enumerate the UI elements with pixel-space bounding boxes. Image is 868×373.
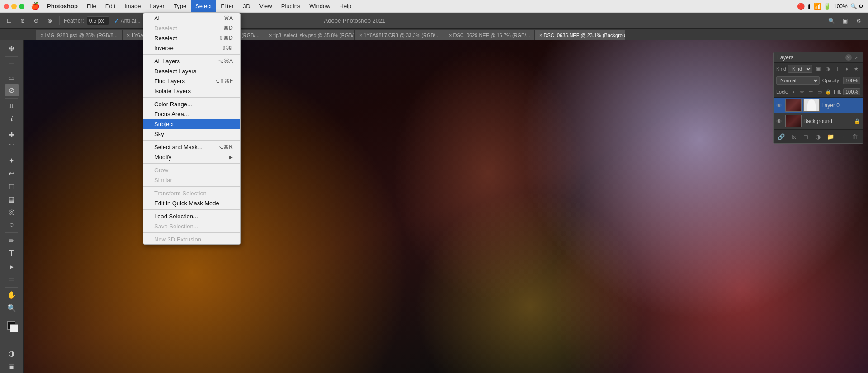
close-button[interactable] [4, 4, 9, 9]
filter-smart-btn[interactable]: ★ [852, 65, 860, 73]
fill-input[interactable] [843, 88, 860, 95]
minimize-button[interactable] [11, 4, 17, 9]
new-fill-layer-btn[interactable]: ◑ [813, 132, 823, 142]
tab-5[interactable]: × DSC_0629.NEF @ 16.7% (RGB/... [444, 30, 535, 40]
menu-filter[interactable]: Filter [216, 0, 238, 12]
new-selection-btn[interactable]: ☐ [4, 15, 14, 26]
screen-mode-btn[interactable]: ▣ [5, 361, 19, 373]
marquee-tool[interactable]: ▭ [5, 58, 19, 70]
lock-move-btn[interactable]: ✛ [807, 88, 814, 96]
intersect-selection-btn[interactable]: ⊗ [44, 15, 55, 26]
menu-all[interactable]: All ⌘A [143, 13, 240, 23]
layer-row-0[interactable]: 👁 Layer 0 [774, 98, 863, 113]
menu-image[interactable]: Image [120, 0, 145, 12]
layer-0-visibility[interactable]: 👁 [776, 102, 783, 109]
menu-transform-selection[interactable]: Transform Selection [143, 188, 240, 198]
lock-transparent-btn[interactable]: ▪ [790, 88, 797, 96]
filter-shape-btn[interactable]: ♦ [843, 65, 851, 73]
menu-deselect[interactable]: Deselect ⌘D [143, 23, 240, 33]
menu-select[interactable]: Select [191, 0, 216, 12]
menu-type[interactable]: Type [169, 0, 191, 12]
subtract-selection-btn[interactable]: ⊖ [31, 15, 42, 26]
clone-stamp-tool[interactable]: ✦ [5, 155, 19, 166]
menu-new-3d[interactable]: New 3D Extrusion [143, 234, 240, 244]
menu-reselect[interactable]: Reselect ⇧⌘D [143, 33, 240, 43]
tab-0[interactable]: × IMG_9280.psd @ 25% (RGB/8... [36, 30, 123, 40]
search-btn[interactable]: 🔍 [826, 15, 837, 26]
menu-window[interactable]: Window [305, 0, 335, 12]
crop-tool[interactable]: ⌗ [5, 100, 19, 112]
layers-panel-expand-btn[interactable]: ⤢ [853, 54, 859, 61]
link-layers-btn[interactable]: 🔗 [776, 132, 786, 142]
arrange-btn[interactable]: ▣ [840, 15, 851, 26]
new-group-btn[interactable]: 📁 [826, 132, 835, 142]
tab-3[interactable]: × tip3_select_sky.psd @ 35.8% (RGB/... [264, 30, 355, 40]
menu-inverse[interactable]: Inverse ⇧⌘I [143, 43, 240, 53]
layer-row-background[interactable]: 👁 Background 🔒 [774, 113, 863, 129]
menu-find-layers[interactable]: Find Layers ⌥⇧⌘F [143, 76, 240, 86]
menu-color-range[interactable]: Color Range... [143, 99, 240, 109]
add-selection-btn[interactable]: ⊕ [17, 15, 28, 26]
pen-tool[interactable]: ✏ [5, 235, 19, 246]
menu-edit[interactable]: Edit [101, 0, 120, 12]
menu-view[interactable]: View [255, 0, 277, 12]
tab-6[interactable]: × DSC_0635.NEF @ 23.1% (Background copy,… [535, 30, 625, 40]
menu-edit-quick-mask[interactable]: Edit in Quick Mask Mode [143, 198, 240, 208]
menu-similar[interactable]: Similar [143, 175, 240, 185]
menu-focus-area[interactable]: Focus Area... [143, 109, 240, 119]
layer-bg-visibility[interactable]: 👁 [776, 118, 783, 125]
history-brush-tool[interactable]: ↩ [5, 167, 19, 179]
workspace-btn[interactable]: ⚙ [854, 15, 864, 26]
menu-select-and-mask[interactable]: Select and Mask... ⌥⌘R [143, 142, 240, 152]
menu-sky[interactable]: Sky [143, 129, 240, 139]
menu-all-layers[interactable]: All Layers ⌥⌘A [143, 56, 240, 66]
menu-modify[interactable]: Modify ▶ [143, 152, 240, 162]
layer-fx-btn[interactable]: fx [788, 132, 798, 142]
dodge-tool[interactable]: ○ [5, 219, 19, 231]
menu-plugins[interactable]: Plugins [277, 0, 305, 12]
menu-photoshop[interactable]: Photoshop [42, 0, 82, 12]
fullscreen-button[interactable] [19, 4, 24, 9]
menu-3d[interactable]: 3D [238, 0, 255, 12]
text-tool[interactable]: T [5, 248, 19, 260]
gradient-tool[interactable]: ▦ [5, 193, 19, 205]
healing-brush-tool[interactable]: ✚ [5, 129, 19, 141]
kind-select[interactable]: Kind [788, 65, 812, 73]
menu-layer[interactable]: Layer [145, 0, 169, 12]
menu-save-selection[interactable]: Save Selection... [143, 221, 240, 231]
new-layer-btn[interactable]: + [838, 132, 848, 142]
lock-image-btn[interactable]: ✏ [799, 88, 806, 96]
filter-adjust-btn[interactable]: ◑ [824, 65, 832, 73]
menu-isolate-layers[interactable]: Isolate Layers [143, 86, 240, 96]
filter-pixel-btn[interactable]: ▣ [814, 65, 822, 73]
zoom-tool[interactable]: 🔍 [5, 302, 19, 314]
menu-subject[interactable]: Subject [143, 119, 240, 129]
shape-tool[interactable]: ▭ [5, 273, 19, 285]
anti-alias-checkbox[interactable]: ✓ Anti-al... [112, 15, 142, 26]
blend-mode-select[interactable]: Normal [776, 76, 820, 85]
lasso-tool[interactable]: ⌓ [5, 71, 19, 83]
layer-mask-btn[interactable]: ◻ [801, 132, 811, 142]
menu-deselect-layers[interactable]: Deselect Layers [143, 66, 240, 76]
quick-mask-btn[interactable]: ◑ [5, 347, 19, 359]
quick-select-tool[interactable]: ⊘ [5, 84, 19, 96]
menu-load-selection[interactable]: Load Selection... [143, 211, 240, 221]
lock-artboard-btn[interactable]: ▭ [816, 88, 823, 96]
delete-layer-btn[interactable]: 🗑 [850, 132, 860, 142]
eraser-tool[interactable]: ◻ [5, 180, 19, 192]
foreground-color[interactable] [5, 320, 19, 331]
opacity-input[interactable] [843, 77, 860, 84]
path-select-tool[interactable]: ▸ [5, 260, 19, 272]
menu-help[interactable]: Help [335, 0, 356, 12]
layers-panel-close-btn[interactable]: ✕ [845, 54, 852, 61]
apple-menu[interactable]: 🍎 [28, 2, 42, 10]
filter-text-btn[interactable]: T [833, 65, 841, 73]
move-tool[interactable]: ✥ [5, 42, 19, 54]
eyedropper-tool[interactable]: 𝒊 [5, 113, 19, 125]
tab-4[interactable]: × 1Y6A9817.CR3 @ 33.3% (RGB/... [355, 30, 444, 40]
brush-tool[interactable]: ⌒ [5, 142, 19, 153]
lock-all-btn[interactable]: 🔒 [825, 88, 832, 96]
feather-input[interactable] [87, 16, 109, 25]
menu-file[interactable]: File [82, 0, 101, 12]
blur-tool[interactable]: ◎ [5, 206, 19, 218]
